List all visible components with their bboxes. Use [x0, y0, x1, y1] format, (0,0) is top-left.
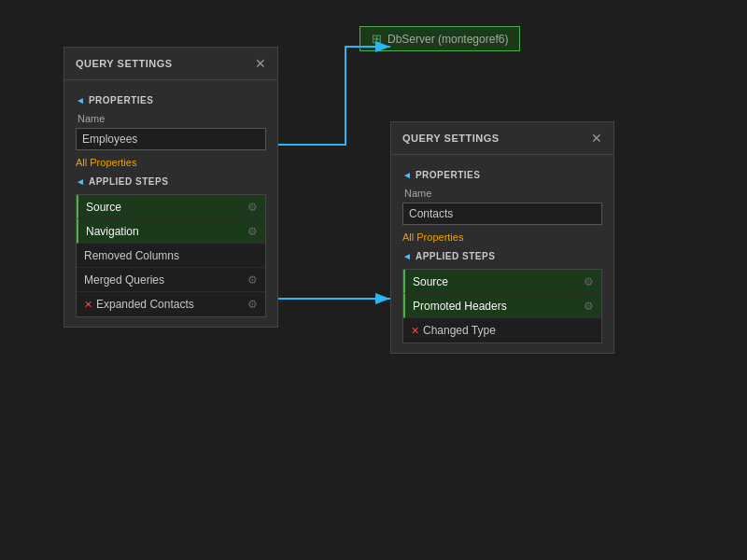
- left-step-removed-columns[interactable]: Removed Columns: [77, 244, 265, 268]
- left-properties-header: ◄ PROPERTIES: [76, 95, 266, 105]
- left-panel-title: QUERY SETTINGS: [76, 58, 173, 69]
- right-properties-triangle: ◄: [402, 170, 412, 180]
- left-steps-triangle: ◄: [76, 176, 85, 187]
- left-close-button[interactable]: ✕: [255, 57, 266, 70]
- left-step-expanded-contacts-gear[interactable]: ⚙: [247, 298, 258, 311]
- left-step-removed-columns-label: Removed Columns: [84, 249, 179, 262]
- db-server-label: DbServer (montegoref6): [388, 33, 508, 46]
- right-all-properties-link[interactable]: All Properties: [402, 231, 463, 243]
- left-step-source-label: Source: [86, 201, 121, 214]
- left-step-expanded-contacts-error: ✕: [84, 299, 92, 311]
- left-all-properties-link[interactable]: All Properties: [76, 157, 136, 168]
- left-step-navigation[interactable]: Navigation ⚙: [77, 219, 265, 244]
- right-steps-list: Source ⚙ Promoted Headers ⚙ ✕ Changed Ty…: [402, 269, 602, 343]
- right-step-promoted-headers-label: Promoted Headers: [413, 300, 507, 313]
- right-step-promoted-headers-gear[interactable]: ⚙: [584, 300, 594, 313]
- db-server-box: ⊞ DbServer (montegoref6): [359, 26, 520, 51]
- right-panel-header: QUERY SETTINGS ✕: [391, 122, 613, 155]
- left-step-merged-queries-label: Merged Queries: [84, 273, 164, 287]
- left-step-merged-queries-gear[interactable]: ⚙: [247, 273, 258, 287]
- right-step-changed-type[interactable]: ✕ Changed Type: [403, 318, 601, 343]
- left-step-navigation-gear[interactable]: ⚙: [247, 225, 258, 238]
- right-step-source-label: Source: [413, 275, 448, 288]
- left-query-panel: QUERY SETTINGS ✕ ◄ PROPERTIES Name All P…: [63, 47, 278, 328]
- right-panel-title: QUERY SETTINGS: [402, 133, 500, 144]
- left-step-source-gear[interactable]: ⚙: [247, 201, 258, 214]
- left-steps-header: ◄ APPLIED STEPS: [76, 176, 266, 187]
- right-step-promoted-headers[interactable]: Promoted Headers ⚙: [403, 294, 601, 318]
- right-steps-triangle: ◄: [402, 251, 412, 261]
- left-step-expanded-contacts[interactable]: ✕ Expanded Contacts ⚙: [77, 292, 265, 316]
- left-properties-triangle: ◄: [76, 95, 85, 105]
- right-steps-title: APPLIED STEPS: [416, 251, 495, 261]
- left-steps-section: ◄ APPLIED STEPS Source ⚙ Navigation ⚙ Re…: [76, 176, 266, 317]
- left-name-input[interactable]: [76, 128, 266, 150]
- right-step-source[interactable]: Source ⚙: [403, 270, 601, 294]
- left-steps-list: Source ⚙ Navigation ⚙ Removed Columns Me…: [76, 194, 266, 317]
- right-close-button[interactable]: ✕: [591, 132, 602, 145]
- left-properties-title: PROPERTIES: [89, 95, 153, 105]
- right-panel-body: ◄ PROPERTIES Name All Properties ◄ APPLI…: [391, 155, 613, 353]
- right-properties-header: ◄ PROPERTIES: [402, 170, 602, 180]
- right-steps-header: ◄ APPLIED STEPS: [402, 251, 602, 261]
- right-step-changed-type-label: Changed Type: [423, 324, 496, 337]
- left-steps-title: APPLIED STEPS: [89, 176, 168, 187]
- left-panel-body: ◄ PROPERTIES Name All Properties ◄ APPLI…: [64, 80, 277, 327]
- right-step-source-gear[interactable]: ⚙: [584, 275, 594, 288]
- right-query-panel: QUERY SETTINGS ✕ ◄ PROPERTIES Name All P…: [390, 121, 614, 354]
- right-step-changed-type-error: ✕: [411, 325, 419, 337]
- right-name-label: Name: [404, 188, 602, 199]
- right-steps-section: ◄ APPLIED STEPS Source ⚙ Promoted Header…: [402, 251, 602, 343]
- db-icon: ⊞: [372, 32, 382, 46]
- left-step-merged-queries[interactable]: Merged Queries ⚙: [77, 268, 265, 292]
- right-properties-title: PROPERTIES: [416, 170, 480, 180]
- left-name-label: Name: [78, 113, 266, 124]
- left-step-source[interactable]: Source ⚙: [77, 195, 265, 219]
- left-panel-header: QUERY SETTINGS ✕: [64, 48, 277, 80]
- arrow-left-to-dbserver: [278, 47, 390, 145]
- left-step-expanded-contacts-label: Expanded Contacts: [96, 298, 194, 311]
- left-step-navigation-label: Navigation: [86, 225, 139, 238]
- right-name-input[interactable]: [402, 203, 602, 225]
